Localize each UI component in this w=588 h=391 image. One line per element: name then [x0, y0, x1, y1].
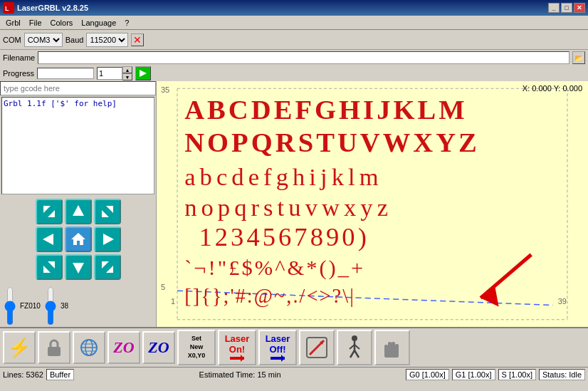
svg-rect-48	[384, 345, 388, 355]
ctrl-buttons	[0, 196, 156, 285]
com-label: COM	[3, 36, 21, 44]
home-btn[interactable]	[65, 226, 92, 252]
set-new-line3: X0,Y0	[188, 352, 206, 360]
menu-bar: Grbl File Colors Language ?	[0, 16, 588, 30]
status-segment: Status: Idle	[539, 369, 585, 380]
console-line: Grbl 1.1f ['$' for help]	[4, 99, 152, 108]
svg-rect-29	[48, 347, 61, 356]
laser-off-button[interactable]: Laser Off!	[258, 330, 297, 365]
svg-marker-4	[48, 210, 55, 217]
svg-marker-5	[73, 205, 84, 216]
svg-marker-9	[103, 234, 114, 245]
svg-line-46	[350, 350, 355, 358]
svg-marker-12	[73, 263, 84, 273]
speed-slider[interactable]	[43, 286, 58, 325]
menu-grbl[interactable]: Grbl	[1, 17, 25, 28]
buffer-segment: Buffer	[46, 369, 74, 380]
canvas-area[interactable]: X: 0.000 Y: 0.000 35 5 1 39 ABCDEFGHIJKL…	[157, 81, 588, 327]
hand-button[interactable]	[374, 330, 410, 365]
g0-segment: G0 [1.00x]	[406, 369, 449, 380]
zo1-button[interactable]: ZO	[107, 331, 140, 364]
nav-up-left-btn[interactable]	[36, 199, 63, 224]
connect-icon[interactable]: ✕	[131, 33, 144, 46]
lines-label: Lines: 5362	[3, 370, 43, 379]
bottom-controls: FZ010 38	[0, 285, 156, 327]
spin-down-btn[interactable]: ▼	[122, 73, 132, 80]
minimize-button[interactable]: _	[548, 3, 560, 13]
gcode-input[interactable]	[0, 81, 156, 95]
nav-right-btn[interactable]	[94, 226, 121, 252]
canvas-coords: X: 0.000 Y: 0.000	[523, 84, 582, 93]
com-port-select[interactable]: COM3	[24, 33, 63, 47]
baud-rate-select[interactable]: 115200	[86, 33, 128, 47]
btn-row-2	[3, 226, 153, 252]
spin-up-btn[interactable]: ▲	[122, 66, 132, 73]
zo2-button[interactable]: ZO	[142, 331, 175, 364]
set-new-line2: New	[190, 343, 204, 352]
diagonal-arrow-button[interactable]	[299, 330, 335, 365]
run-button[interactable]	[135, 66, 151, 80]
corner-tl: 35	[161, 85, 169, 94]
progress-input[interactable]	[97, 67, 122, 80]
g1-label: G1 [1.00x]	[456, 370, 492, 379]
svg-marker-13	[106, 266, 113, 273]
svg-marker-8	[43, 234, 53, 245]
laser-on-button[interactable]: Laser On!	[218, 330, 256, 365]
status-label: Status: Idle	[542, 370, 582, 379]
console-area: Grbl 1.1f ['$' for help]	[1, 97, 154, 194]
svg-text:ABCDEFGHIJKLM: ABCDEFGHIJKLM	[184, 95, 468, 125]
baud-label: Baud	[65, 36, 84, 44]
svg-marker-11	[48, 261, 55, 269]
globe-button[interactable]	[73, 331, 105, 364]
svg-rect-50	[392, 342, 395, 355]
svg-marker-3	[43, 206, 51, 213]
lock-button[interactable]	[38, 331, 70, 364]
menu-file[interactable]: File	[25, 17, 46, 28]
svg-text:nopqrstuvwxyz: nopqrstuvwxyz	[184, 194, 392, 221]
svg-point-42	[352, 335, 357, 341]
nav-up-right-btn[interactable]	[94, 199, 121, 224]
svg-text:[]{};'#:@~,./<>?\|: []{};'#:@~,./<>?\|	[184, 285, 355, 308]
svg-marker-10	[43, 266, 51, 273]
canvas-svg: ABCDEFGHIJKLM NOPQRSTUVWXYZ abcdefghijkl…	[157, 81, 588, 327]
nav-left-btn[interactable]	[36, 226, 63, 252]
title-bar-controls: _ □ ✕	[548, 3, 585, 13]
svg-rect-52	[384, 353, 399, 358]
menu-language[interactable]: Language	[77, 17, 120, 28]
set-new-xy-button[interactable]: Set New X0,Y0	[177, 330, 216, 365]
slider-label: 38	[61, 302, 68, 310]
open-file-icon[interactable]: 📂	[572, 51, 585, 64]
svg-text:1234567890): 1234567890)	[199, 222, 369, 251]
laser-on-label-bot: On!	[229, 344, 245, 355]
corner-far-right: 39	[558, 297, 567, 306]
menu-help[interactable]: ?	[120, 17, 133, 28]
estimated-time: Estimated Time: 15 min	[199, 370, 281, 379]
lightning-button[interactable]: ⚡	[3, 331, 36, 364]
laser-off-label-bot: Off!	[269, 344, 285, 355]
svg-text:abcdefghijklm: abcdefghijklm	[184, 163, 382, 190]
filename-input[interactable]: C:\Users\Administrator\Do...	[38, 51, 569, 64]
app-icon: L	[3, 2, 14, 14]
nav-down-left-btn[interactable]	[36, 254, 63, 280]
corner-bl: 5	[161, 283, 165, 291]
buffer-label: Buffer	[50, 370, 70, 379]
nav-down-btn[interactable]	[65, 254, 92, 280]
svg-rect-49	[388, 342, 392, 355]
menu-colors[interactable]: Colors	[46, 17, 78, 28]
svg-line-47	[355, 350, 359, 358]
left-panel: Grbl 1.1f ['$' for help]	[0, 81, 157, 327]
nav-down-right-btn[interactable]	[94, 254, 121, 280]
progress-label: Progress	[3, 69, 34, 78]
maximize-button[interactable]: □	[561, 3, 572, 13]
title-bar: L LaserGRBL v2.8.25 _ □ ✕	[0, 0, 588, 16]
corner-br: 1	[171, 297, 175, 306]
walk-button[interactable]	[337, 330, 372, 365]
svg-marker-14	[102, 261, 109, 269]
z-slider[interactable]	[3, 286, 17, 325]
laser-on-label-top: Laser	[225, 333, 250, 344]
svg-marker-6	[106, 206, 113, 213]
svg-marker-36	[241, 355, 244, 362]
title-bar-left: L LaserGRBL v2.8.25	[3, 2, 88, 14]
nav-up-btn[interactable]	[65, 199, 92, 224]
close-button[interactable]: ✕	[574, 3, 585, 13]
